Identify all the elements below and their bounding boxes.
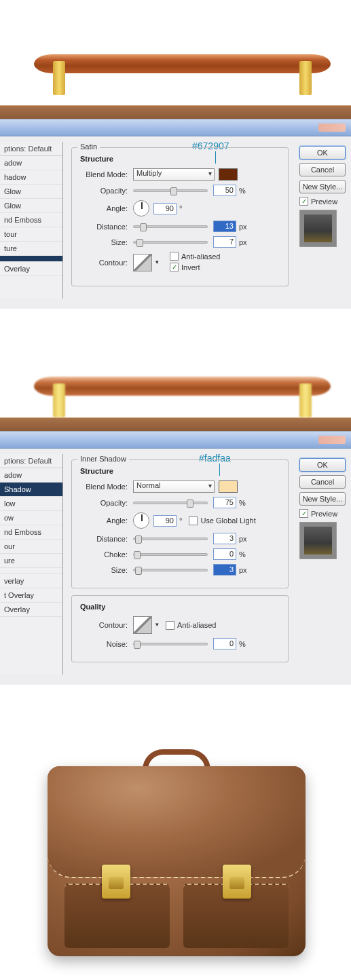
preview-thumbnail <box>299 522 337 559</box>
angle-label: Angle: <box>80 516 128 525</box>
size-slider[interactable] <box>133 241 208 244</box>
size-input[interactable]: 3 <box>213 564 236 576</box>
unit-px: px <box>239 566 247 574</box>
style-item[interactable]: nd Emboss <box>0 525 62 540</box>
angle-input[interactable]: 90 <box>153 515 177 527</box>
style-item[interactable]: hadow <box>0 170 62 185</box>
satin-fieldset: Satin Structure Blend Mode: Multiply Opa… <box>71 147 289 286</box>
unit-px: px <box>239 238 247 246</box>
noise-slider[interactable] <box>133 643 208 645</box>
unit-pct: % <box>239 550 246 559</box>
angle-label: Angle: <box>80 204 128 212</box>
style-item[interactable]: ture <box>0 242 62 256</box>
noise-input[interactable]: 0 <box>213 638 236 649</box>
unit-px: px <box>239 223 247 231</box>
color-swatch[interactable] <box>219 480 238 493</box>
quality-fieldset: Quality Contour: Anti-aliased Noise: 0 % <box>71 595 289 662</box>
fieldset-legend: Inner Shadow <box>77 455 129 463</box>
preview-label: Preview <box>311 197 337 206</box>
style-item[interactable]: Overlay <box>0 262 62 276</box>
use-global-checkbox[interactable] <box>189 516 198 525</box>
distance-label: Distance: <box>80 223 128 231</box>
structure-header: Structure <box>80 155 280 163</box>
color-swatch[interactable] <box>219 168 238 181</box>
choke-label: Choke: <box>80 550 128 559</box>
choke-input[interactable]: 0 <box>213 548 236 560</box>
style-item[interactable] <box>0 568 62 574</box>
style-item[interactable]: adow <box>0 156 62 170</box>
style-item-selected[interactable]: Shadow <box>0 483 62 497</box>
style-item[interactable]: Glow <box>0 199 62 213</box>
opacity-input[interactable]: 75 <box>213 497 236 508</box>
style-item[interactable]: tour <box>0 227 62 242</box>
angle-dial[interactable] <box>133 512 149 529</box>
opacity-label: Opacity: <box>80 499 128 507</box>
style-item-selected[interactable] <box>0 256 62 262</box>
opacity-slider[interactable] <box>133 189 208 192</box>
distance-input[interactable]: 3 <box>213 533 236 544</box>
blend-mode-select[interactable]: Normal <box>133 480 215 493</box>
distance-label: Distance: <box>80 535 128 543</box>
style-item[interactable]: Glow <box>0 185 62 199</box>
antialiased-checkbox[interactable] <box>170 252 179 261</box>
style-item[interactable]: nd Emboss <box>0 213 62 227</box>
unit-deg: ° <box>179 204 182 212</box>
unit-deg: ° <box>179 516 182 525</box>
ok-button[interactable]: OK <box>299 146 346 159</box>
antialiased-label: Anti-aliased <box>177 621 216 629</box>
contour-picker[interactable] <box>133 254 152 271</box>
style-item[interactable]: adow <box>0 468 62 483</box>
preview-label: Preview <box>311 510 337 518</box>
structure-header: Structure <box>80 467 280 475</box>
antialiased-checkbox[interactable] <box>166 621 174 630</box>
angle-input[interactable]: 90 <box>153 203 177 214</box>
distance-slider[interactable] <box>133 225 208 228</box>
ok-button[interactable]: OK <box>299 458 346 472</box>
blend-mode-select[interactable]: Multiply <box>133 168 215 181</box>
new-style-button[interactable]: New Style... <box>299 180 346 193</box>
size-label: Size: <box>80 566 128 574</box>
angle-dial[interactable] <box>133 200 149 216</box>
style-item[interactable]: ow <box>0 511 62 525</box>
invert-checkbox[interactable]: ✓ <box>170 263 179 271</box>
dialog-titlebar[interactable] <box>0 119 351 136</box>
preview-checkbox[interactable]: ✓ <box>299 197 308 206</box>
dialog-titlebar[interactable] <box>0 432 351 449</box>
style-item[interactable]: t Overlay <box>0 588 62 603</box>
preview-checkbox[interactable]: ✓ <box>299 509 308 518</box>
contour-picker[interactable] <box>133 616 152 634</box>
size-input[interactable]: 7 <box>213 236 236 248</box>
size-label: Size: <box>80 238 128 246</box>
cancel-button[interactable]: Cancel <box>299 475 346 489</box>
layer-style-dialog-a: ptions: Default adow hadow Glow Glow nd … <box>0 119 351 309</box>
opacity-slider[interactable] <box>133 502 208 504</box>
blend-mode-label: Blend Mode: <box>80 170 128 178</box>
size-slider[interactable] <box>133 569 208 571</box>
invert-label: Invert <box>181 263 200 271</box>
inner-shadow-fieldset: Inner Shadow Structure Blend Mode: Norma… <box>71 459 289 588</box>
use-global-label: Use Global Light <box>200 516 255 525</box>
quality-header: Quality <box>80 603 280 611</box>
noise-label: Noise: <box>80 640 128 648</box>
preview-image-a <box>0 0 351 119</box>
cancel-button[interactable]: Cancel <box>299 163 346 176</box>
style-item[interactable]: Overlay <box>0 603 62 617</box>
distance-slider[interactable] <box>133 538 208 540</box>
new-style-button[interactable]: New Style... <box>299 492 346 506</box>
style-item[interactable]: ure <box>0 554 62 568</box>
style-item[interactable]: low <box>0 497 62 511</box>
choke-slider[interactable] <box>133 553 208 556</box>
styles-list-header: ptions: Default <box>0 142 62 156</box>
styles-list: ptions: Default adow Shadow low ow nd Em… <box>0 454 63 675</box>
opacity-label: Opacity: <box>80 187 128 195</box>
contour-label: Contour: <box>80 259 128 267</box>
opacity-input[interactable]: 50 <box>213 185 236 196</box>
blend-mode-label: Blend Mode: <box>80 483 128 491</box>
unit-px: px <box>239 535 247 543</box>
distance-input[interactable]: 13 <box>213 221 236 232</box>
unit-pct: % <box>239 640 246 648</box>
style-item[interactable]: our <box>0 540 62 554</box>
preview-image-b <box>0 322 351 431</box>
style-item[interactable]: verlay <box>0 574 62 588</box>
antialiased-label: Anti-aliased <box>181 252 220 261</box>
